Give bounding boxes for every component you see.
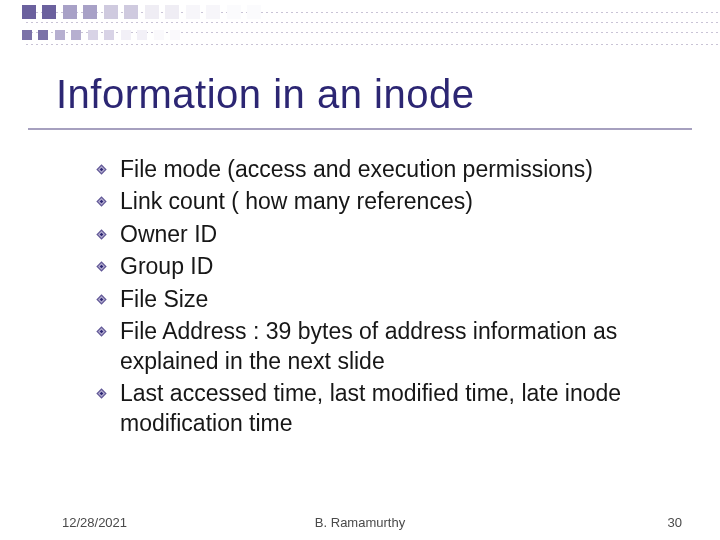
diamond-bullet-icon (96, 164, 107, 175)
footer-slide-number: 30 (668, 515, 682, 530)
ornament-square-icon (154, 30, 164, 40)
slide: Information in an inode File mode (acces… (0, 0, 720, 540)
diamond-bullet-icon (96, 261, 107, 272)
list-item-text: File Address : 39 bytes of address infor… (120, 318, 617, 373)
ornament-square-icon (121, 30, 131, 40)
ornament-square-icon (170, 30, 180, 40)
list-item: Group ID (100, 252, 680, 281)
ornament-square-icon (137, 30, 147, 40)
list-item-text: Owner ID (120, 221, 217, 247)
ornament-row-small (22, 26, 182, 44)
list-item: File Address : 39 bytes of address infor… (100, 317, 680, 376)
diamond-bullet-icon (96, 229, 107, 240)
ornament-square-icon (38, 30, 48, 40)
ornament-square-icon (63, 5, 77, 19)
ornament-square-icon (22, 30, 32, 40)
ornament-square-icon (83, 5, 97, 19)
diamond-bullet-icon (96, 326, 107, 337)
diamond-bullet-icon (96, 388, 107, 399)
diamond-bullet-icon (96, 294, 107, 305)
ornament-square-icon (165, 5, 179, 19)
ornament-square-icon (104, 5, 118, 19)
ornament-square-icon (247, 5, 261, 19)
diamond-bullet-icon (96, 196, 107, 207)
list-item: Link count ( how many references) (100, 187, 680, 216)
bullet-list: File mode (access and execution permissi… (100, 155, 680, 441)
ornament-square-icon (71, 30, 81, 40)
title-underline (28, 128, 692, 130)
ornament-square-icon (206, 5, 220, 19)
slide-title: Information in an inode (56, 72, 474, 117)
ornament-square-icon (186, 5, 200, 19)
footer-author: B. Ramamurthy (0, 515, 720, 530)
ornament-square-icon (22, 5, 36, 19)
list-item-text: File mode (access and execution permissi… (120, 156, 593, 182)
list-item: File Size (100, 285, 680, 314)
ornament-square-icon (42, 5, 56, 19)
ornament-row-large (22, 5, 263, 23)
ornament-square-icon (88, 30, 98, 40)
list-item-text: Group ID (120, 253, 213, 279)
ornament-square-icon (104, 30, 114, 40)
ornament-square-icon (227, 5, 241, 19)
ornament-square-icon (55, 30, 65, 40)
list-item: File mode (access and execution permissi… (100, 155, 680, 184)
list-item: Last accessed time, last modified time, … (100, 379, 680, 438)
list-item: Owner ID (100, 220, 680, 249)
ornament-square-icon (145, 5, 159, 19)
ornament-square-icon (124, 5, 138, 19)
list-item-text: File Size (120, 286, 208, 312)
list-item-text: Link count ( how many references) (120, 188, 473, 214)
header-ornament (0, 0, 720, 60)
list-item-text: Last accessed time, last modified time, … (120, 380, 621, 435)
